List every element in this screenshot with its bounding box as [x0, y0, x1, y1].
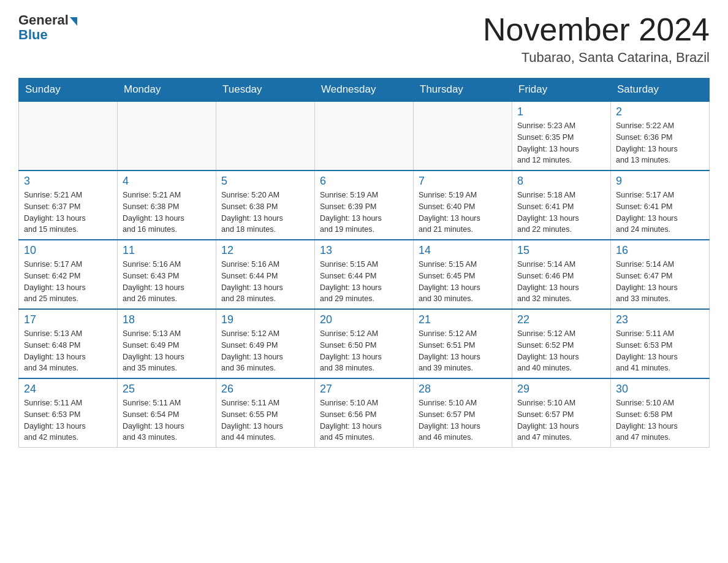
day-info: Sunrise: 5:20 AMSunset: 6:38 PMDaylight:…	[221, 190, 309, 236]
calendar-cell: 17Sunrise: 5:13 AMSunset: 6:48 PMDayligh…	[19, 309, 118, 378]
day-number: 25	[123, 383, 211, 396]
column-header-saturday: Saturday	[611, 79, 710, 102]
day-info: Sunrise: 5:10 AMSunset: 6:57 PMDaylight:…	[419, 397, 507, 443]
calendar-cell	[19, 101, 118, 170]
day-info: Sunrise: 5:11 AMSunset: 6:54 PMDaylight:…	[123, 397, 211, 443]
day-number: 14	[419, 244, 507, 257]
title-section: November 2024 Tubarao, Santa Catarina, B…	[483, 12, 710, 66]
calendar-cell: 30Sunrise: 5:10 AMSunset: 6:58 PMDayligh…	[611, 378, 710, 448]
day-info: Sunrise: 5:16 AMSunset: 6:44 PMDaylight:…	[221, 259, 309, 305]
day-info: Sunrise: 5:21 AMSunset: 6:38 PMDaylight:…	[123, 190, 211, 236]
day-info: Sunrise: 5:16 AMSunset: 6:43 PMDaylight:…	[123, 259, 211, 305]
column-header-friday: Friday	[512, 79, 611, 102]
calendar-cell: 20Sunrise: 5:12 AMSunset: 6:50 PMDayligh…	[315, 309, 414, 378]
calendar-cell: 1Sunrise: 5:23 AMSunset: 6:35 PMDaylight…	[512, 101, 611, 170]
week-row-3: 10Sunrise: 5:17 AMSunset: 6:42 PMDayligh…	[19, 240, 710, 309]
calendar-cell: 9Sunrise: 5:17 AMSunset: 6:41 PMDaylight…	[611, 170, 710, 240]
day-number: 5	[221, 175, 309, 188]
logo: General Blue	[18, 12, 77, 43]
calendar-cell: 26Sunrise: 5:11 AMSunset: 6:55 PMDayligh…	[216, 378, 315, 448]
calendar-cell: 10Sunrise: 5:17 AMSunset: 6:42 PMDayligh…	[19, 240, 118, 309]
day-number: 13	[320, 244, 408, 257]
calendar-cell: 13Sunrise: 5:15 AMSunset: 6:44 PMDayligh…	[315, 240, 414, 309]
calendar-cell: 8Sunrise: 5:18 AMSunset: 6:41 PMDaylight…	[512, 170, 611, 240]
day-number: 30	[616, 383, 704, 396]
day-info: Sunrise: 5:12 AMSunset: 6:50 PMDaylight:…	[320, 328, 408, 374]
day-info: Sunrise: 5:18 AMSunset: 6:41 PMDaylight:…	[517, 190, 605, 236]
calendar-cell: 14Sunrise: 5:15 AMSunset: 6:45 PMDayligh…	[414, 240, 512, 309]
calendar-cell: 19Sunrise: 5:12 AMSunset: 6:49 PMDayligh…	[216, 309, 315, 378]
day-number: 9	[616, 175, 704, 188]
day-number: 17	[24, 313, 112, 326]
calendar-cell: 11Sunrise: 5:16 AMSunset: 6:43 PMDayligh…	[118, 240, 216, 309]
day-info: Sunrise: 5:22 AMSunset: 6:36 PMDaylight:…	[616, 120, 704, 166]
day-info: Sunrise: 5:11 AMSunset: 6:53 PMDaylight:…	[24, 397, 112, 443]
calendar-cell: 16Sunrise: 5:14 AMSunset: 6:47 PMDayligh…	[611, 240, 710, 309]
day-info: Sunrise: 5:23 AMSunset: 6:35 PMDaylight:…	[517, 120, 605, 166]
day-number: 6	[320, 175, 408, 188]
week-row-2: 3Sunrise: 5:21 AMSunset: 6:37 PMDaylight…	[19, 170, 710, 240]
day-number: 11	[123, 244, 211, 257]
calendar-cell	[315, 101, 414, 170]
day-number: 10	[24, 244, 112, 257]
day-number: 7	[419, 175, 507, 188]
calendar-cell: 25Sunrise: 5:11 AMSunset: 6:54 PMDayligh…	[118, 378, 216, 448]
day-number: 18	[123, 313, 211, 326]
day-number: 3	[24, 175, 112, 188]
day-number: 19	[221, 313, 309, 326]
calendar-cell: 24Sunrise: 5:11 AMSunset: 6:53 PMDayligh…	[19, 378, 118, 448]
day-info: Sunrise: 5:17 AMSunset: 6:42 PMDaylight:…	[24, 259, 112, 305]
day-number: 2	[616, 105, 704, 118]
calendar-table: SundayMondayTuesdayWednesdayThursdayFrid…	[18, 78, 710, 448]
calendar-cell: 29Sunrise: 5:10 AMSunset: 6:57 PMDayligh…	[512, 378, 611, 448]
day-number: 26	[221, 383, 309, 396]
day-number: 21	[419, 313, 507, 326]
day-number: 23	[616, 313, 704, 326]
day-number: 27	[320, 383, 408, 396]
calendar-header-row: SundayMondayTuesdayWednesdayThursdayFrid…	[19, 79, 710, 102]
calendar-cell: 23Sunrise: 5:11 AMSunset: 6:53 PMDayligh…	[611, 309, 710, 378]
day-number: 8	[517, 175, 605, 188]
logo-arrow-icon	[70, 17, 77, 26]
day-number: 15	[517, 244, 605, 257]
day-number: 20	[320, 313, 408, 326]
calendar-cell: 18Sunrise: 5:13 AMSunset: 6:49 PMDayligh…	[118, 309, 216, 378]
calendar-cell: 5Sunrise: 5:20 AMSunset: 6:38 PMDaylight…	[216, 170, 315, 240]
day-info: Sunrise: 5:12 AMSunset: 6:52 PMDaylight:…	[517, 328, 605, 374]
day-info: Sunrise: 5:15 AMSunset: 6:44 PMDaylight:…	[320, 259, 408, 305]
column-header-tuesday: Tuesday	[216, 79, 315, 102]
month-title: November 2024	[483, 12, 710, 47]
calendar-cell	[118, 101, 216, 170]
calendar-cell: 2Sunrise: 5:22 AMSunset: 6:36 PMDaylight…	[611, 101, 710, 170]
logo-general-text: General	[18, 12, 69, 28]
column-header-thursday: Thursday	[414, 79, 512, 102]
calendar-cell: 4Sunrise: 5:21 AMSunset: 6:38 PMDaylight…	[118, 170, 216, 240]
calendar-cell: 21Sunrise: 5:12 AMSunset: 6:51 PMDayligh…	[414, 309, 512, 378]
day-number: 12	[221, 244, 309, 257]
day-number: 24	[24, 383, 112, 396]
calendar-cell: 12Sunrise: 5:16 AMSunset: 6:44 PMDayligh…	[216, 240, 315, 309]
week-row-5: 24Sunrise: 5:11 AMSunset: 6:53 PMDayligh…	[19, 378, 710, 448]
day-info: Sunrise: 5:10 AMSunset: 6:57 PMDaylight:…	[517, 397, 605, 443]
calendar-cell: 3Sunrise: 5:21 AMSunset: 6:37 PMDaylight…	[19, 170, 118, 240]
day-info: Sunrise: 5:17 AMSunset: 6:41 PMDaylight:…	[616, 190, 704, 236]
day-number: 28	[419, 383, 507, 396]
page-header: General Blue November 2024 Tubarao, Sant…	[18, 12, 710, 66]
day-info: Sunrise: 5:12 AMSunset: 6:49 PMDaylight:…	[221, 328, 309, 374]
week-row-4: 17Sunrise: 5:13 AMSunset: 6:48 PMDayligh…	[19, 309, 710, 378]
calendar-cell	[414, 101, 512, 170]
calendar-cell: 7Sunrise: 5:19 AMSunset: 6:40 PMDaylight…	[414, 170, 512, 240]
day-info: Sunrise: 5:10 AMSunset: 6:58 PMDaylight:…	[616, 397, 704, 443]
day-number: 22	[517, 313, 605, 326]
column-header-sunday: Sunday	[19, 79, 118, 102]
day-info: Sunrise: 5:13 AMSunset: 6:48 PMDaylight:…	[24, 328, 112, 374]
day-info: Sunrise: 5:11 AMSunset: 6:55 PMDaylight:…	[221, 397, 309, 443]
day-info: Sunrise: 5:19 AMSunset: 6:39 PMDaylight:…	[320, 190, 408, 236]
calendar-cell: 15Sunrise: 5:14 AMSunset: 6:46 PMDayligh…	[512, 240, 611, 309]
logo-top: General	[18, 12, 77, 28]
calendar-cell: 27Sunrise: 5:10 AMSunset: 6:56 PMDayligh…	[315, 378, 414, 448]
day-info: Sunrise: 5:12 AMSunset: 6:51 PMDaylight:…	[419, 328, 507, 374]
day-info: Sunrise: 5:14 AMSunset: 6:47 PMDaylight:…	[616, 259, 704, 305]
day-number: 1	[517, 105, 605, 118]
week-row-1: 1Sunrise: 5:23 AMSunset: 6:35 PMDaylight…	[19, 101, 710, 170]
